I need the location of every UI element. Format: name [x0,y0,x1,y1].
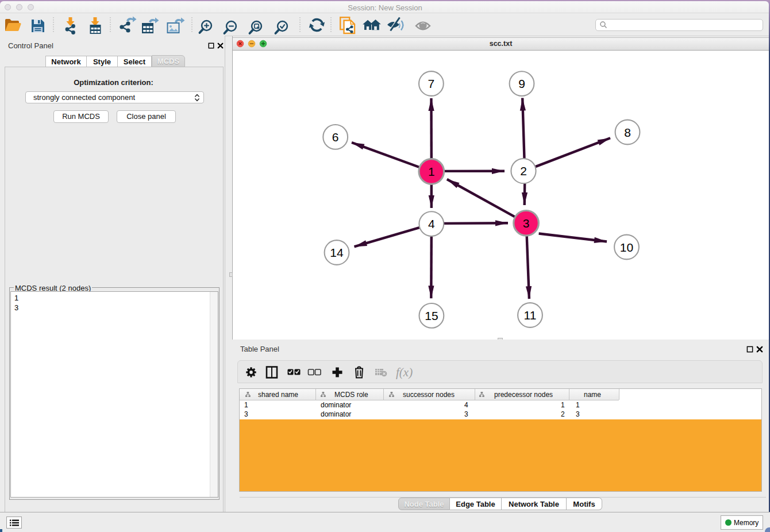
svg-text:10: 10 [620,241,633,254]
svg-text:2: 2 [520,164,527,178]
svg-text:1: 1 [428,165,435,178]
svg-text:6: 6 [332,130,339,144]
svg-text:7: 7 [428,77,435,90]
svg-text:15: 15 [425,309,438,322]
svg-text:3: 3 [523,217,530,230]
svg-text:11: 11 [524,309,537,322]
svg-text:14: 14 [330,246,344,259]
svg-text:8: 8 [624,126,631,139]
svg-text:4: 4 [428,217,435,230]
svg-text:f(x): f(x) [396,365,413,379]
svg-text:9: 9 [518,77,525,90]
